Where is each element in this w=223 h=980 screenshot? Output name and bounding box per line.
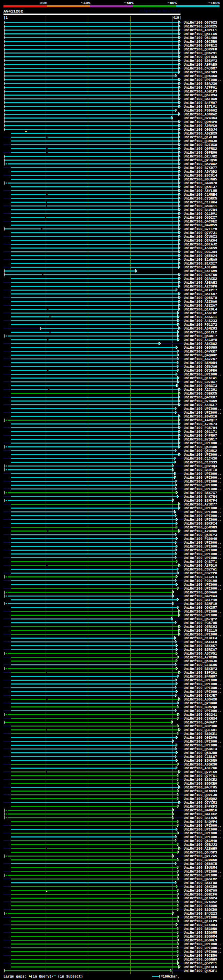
svg-text:UniRef100_A6XGW2: UniRef100_A6XGW2 (184, 342, 217, 346)
svg-text:UniRef100_B5M0R4: UniRef100_B5M0R4 (184, 361, 217, 365)
svg-text:UniRef100_A8CV51: UniRef100_A8CV51 (184, 652, 217, 655)
svg-text:UniRef100_B4K7N4: UniRef100_B4K7N4 (184, 495, 217, 499)
svg-text:UniRef100_Q6GNH9: UniRef100_Q6GNH9 (184, 958, 217, 962)
svg-text:UniRef100_A3PD10: UniRef100_A3PD10 (184, 564, 217, 568)
svg-text:UniRef100_Q8H709: UniRef100_Q8H709 (184, 889, 217, 893)
svg-text:UniRef100_C1C430: UniRef100_C1C430 (184, 457, 217, 461)
svg-text:UniRef100_Q96468: UniRef100_Q96468 (184, 75, 217, 78)
svg-text:UniRef100_B7K977: UniRef100_B7K977 (184, 166, 217, 170)
svg-text:UniRef100_A9RVC0: UniRef100_A9RVC0 (184, 124, 217, 128)
svg-text:UniRef100_A7SC77: UniRef100_A7SC77 (184, 503, 217, 506)
svg-text:(in Query)/: (in Query)/ (30, 975, 54, 978)
svg-text:UniRef100_A8G4X8: UniRef100_A8G4X8 (184, 698, 217, 702)
svg-text:UniRef100_Q8KCD0: UniRef100_Q8KCD0 (184, 885, 217, 889)
svg-text:UniRef100_B5XFI4: UniRef100_B5XFI4 (184, 522, 217, 526)
svg-text:UniRef100_B5VWW2: UniRef100_B5VWW2 (184, 162, 217, 166)
svg-text:UniRef100_A5GKS9: UniRef100_A5GKS9 (184, 247, 217, 250)
svg-text:UniRef100_UPI000..: UniRef100_UPI000.. (184, 78, 221, 82)
svg-text:UniRef100_Q4S7T1: UniRef100_Q4S7T1 (184, 560, 217, 564)
svg-text:UniRef100_UPI000..: UniRef100_UPI000.. (184, 472, 221, 476)
svg-text:UniRef100_UPI000..: UniRef100_UPI000.. (184, 828, 221, 832)
svg-text:UniRef100_UPI000..: UniRef100_UPI000.. (184, 824, 221, 828)
svg-text:UniRef100_A3IWB6: UniRef100_A3IWB6 (184, 266, 217, 269)
svg-text:UniRef100_B3TLV1: UniRef100_B3TLV1 (184, 105, 217, 109)
svg-text:UniRef100_B5RIA7: UniRef100_B5RIA7 (184, 648, 217, 652)
svg-text:UniRef100_Q012L2: UniRef100_Q012L2 (184, 331, 217, 334)
svg-text:UniRef100_B5G0L9: UniRef100_B5G0L9 (184, 939, 217, 942)
svg-text:UniRef100_Q568I5: UniRef100_Q568I5 (184, 862, 217, 866)
svg-text:UniRef100_B7T1Y9: UniRef100_B7T1Y9 (184, 228, 217, 231)
svg-text:UniRef100_UPI000..: UniRef100_UPI000.. (184, 506, 221, 510)
svg-text:UniRef100_Q119V1: UniRef100_Q119V1 (184, 212, 217, 216)
svg-text:UniRef100_Q31AU1: UniRef100_Q31AU1 (184, 728, 217, 732)
svg-text:UniRef100_Q7V7J1: UniRef100_Q7V7J1 (184, 231, 217, 235)
svg-text:UniRef100_C3ZYW1: UniRef100_C3ZYW1 (184, 568, 217, 571)
svg-text:UniRef100_B0WSI8: UniRef100_B0WSI8 (184, 415, 217, 418)
svg-text:UniRef100_Q6B8T7: UniRef100_Q6B8T7 (184, 334, 217, 338)
svg-text:UniRef100_B4L925: UniRef100_B4L925 (184, 816, 217, 820)
svg-text:UniRef100_Q3AXS2: UniRef100_Q3AXS2 (184, 277, 217, 281)
svg-text:UniRef100_A0ZBX9: UniRef100_A0ZBX9 (184, 132, 217, 135)
svg-text:UniRef100_P51272: UniRef100_P51272 (184, 323, 217, 327)
svg-text:UniRef100_Q96291: UniRef100_Q96291 (184, 51, 217, 55)
svg-text:UniRef100_Q5BJJ3: UniRef100_Q5BJJ3 (184, 843, 217, 847)
svg-text:UniRef100_UPI000..: UniRef100_UPI000.. (184, 453, 221, 457)
svg-text:UniRef100_B4PCW4: UniRef100_B4PCW4 (184, 595, 217, 598)
svg-text:UniRef100_B3N2Q8: UniRef100_B3N2Q8 (184, 705, 217, 709)
svg-text:UniRef100_B4NHU7: UniRef100_B4NHU7 (184, 675, 217, 679)
svg-text:UniRef100_Q9C5R8: UniRef100_Q9C5R8 (184, 40, 217, 44)
svg-text:UniRef100_UPI000..: UniRef100_UPI000.. (184, 480, 221, 484)
svg-text:UniRef100_Q2JQS6: UniRef100_Q2JQS6 (184, 159, 217, 162)
svg-text:UniRef100_O76452: UniRef100_O76452 (184, 900, 217, 904)
svg-text:UniRef100_B1N693: UniRef100_B1N693 (184, 789, 217, 793)
svg-text:UniRef100_C7QRC5: UniRef100_C7QRC5 (184, 197, 217, 200)
svg-text:UniRef100_Q8WQ02: UniRef100_Q8WQ02 (184, 797, 217, 801)
svg-text:UniRef100_B6TDA9: UniRef100_B6TDA9 (184, 97, 217, 101)
svg-text:UniRef100_A5B1P3: UniRef100_A5B1P3 (184, 90, 217, 94)
svg-text:UniRef100_B2XT60: UniRef100_B2XT60 (184, 273, 217, 277)
svg-text:UniRef100_Q2JJH2: UniRef100_Q2JJH2 (184, 155, 217, 159)
svg-text:UniRef100_C1MNE4: UniRef100_C1MNE4 (184, 193, 217, 197)
svg-text:UniRef100_Q4PN07: UniRef100_Q4PN07 (184, 434, 217, 438)
svg-text:UniRef100_Q5N137: UniRef100_Q5N137 (184, 185, 217, 189)
svg-text:UniRef100_B9SVY3: UniRef100_B9SVY3 (184, 59, 217, 63)
svg-text:UniRef100_A9PEL1: UniRef100_A9PEL1 (184, 29, 217, 32)
svg-text:UniRef100_Q3AK04: UniRef100_Q3AK04 (184, 239, 217, 243)
svg-text:UniRef100_B7QN17: UniRef100_B7QN17 (184, 438, 217, 442)
svg-text:UniRef100_UPI000..: UniRef100_UPI000.. (184, 442, 221, 445)
svg-text:~40%: ~40% (81, 1, 91, 5)
svg-text:UniRef100_Q5BJB9: UniRef100_Q5BJB9 (184, 751, 217, 755)
svg-text:UniRef100_B4LY49: UniRef100_B4LY49 (184, 598, 217, 602)
svg-text:UniRef100_Q4C0E2: UniRef100_Q4C0E2 (184, 220, 217, 224)
svg-text:UniRef100_A3Z2A7: UniRef100_A3Z2A7 (184, 304, 217, 308)
svg-text:UniRef100_Q5BKI4: UniRef100_Q5BKI4 (184, 748, 217, 751)
svg-text:UniRef100_Q9V3Q4: UniRef100_Q9V3Q4 (184, 465, 217, 468)
svg-text:UniRef100_Q7V1K9: UniRef100_Q7V1K9 (184, 770, 217, 774)
svg-text:UniRef100_C6TGM9: UniRef100_C6TGM9 (184, 269, 217, 273)
svg-text:UniRef100_UPI000..: UniRef100_UPI000.. (184, 552, 221, 556)
svg-text:UniRef100_Q4CX87: UniRef100_Q4CX87 (184, 396, 217, 399)
svg-text:UniRef100_Q7YXM3: UniRef100_Q7YXM3 (184, 801, 217, 805)
svg-text:UniRef100_Q6GM49: UniRef100_Q6GM49 (184, 839, 217, 843)
svg-text:UniRef100_B4VZD4: UniRef100_B4VZD4 (184, 208, 217, 212)
svg-text:UniRef100_A7PP61: UniRef100_A7PP61 (184, 86, 217, 90)
svg-text:UniRef100_Q4VKK7: UniRef100_Q4VKK7 (184, 350, 217, 353)
svg-text:UniRef100_A4HCL7: UniRef100_A4HCL7 (184, 403, 217, 407)
svg-text:UniRef100_A2BWH9: UniRef100_A2BWH9 (184, 847, 217, 851)
svg-text:UniRef100_B8AJ36: UniRef100_B8AJ36 (184, 82, 217, 86)
svg-text:UniRef100_Q9BGI3: UniRef100_Q9BGI3 (184, 384, 217, 388)
svg-text:UniRef100_Q95U89: UniRef100_Q95U89 (184, 346, 217, 350)
svg-text:UniRef100_Q4UAP7: UniRef100_Q4UAP7 (184, 721, 217, 724)
svg-text:UniRef100_B4WM59: UniRef100_B4WM59 (184, 224, 217, 228)
svg-text:UniRef100_UPI000..: UniRef100_UPI000.. (184, 946, 221, 950)
svg-text:UniRef100_Q8RVF8: UniRef100_Q8RVF8 (184, 48, 217, 51)
svg-text:UniRef100_D0CJ04: UniRef100_D0CJ04 (184, 250, 217, 254)
svg-text:UniRef100_Q694A6: UniRef100_Q694A6 (184, 591, 217, 595)
svg-text:UniRef100_Q16IW1: UniRef100_Q16IW1 (184, 377, 217, 380)
svg-text:UniRef100_UPI000..: UniRef100_UPI000.. (184, 873, 221, 877)
svg-text:UniRef100_Q9FE86: UniRef100_Q9FE86 (184, 151, 217, 155)
svg-text:UniRef100_B3M7F4: UniRef100_B3M7F4 (184, 499, 217, 503)
svg-text:UniRef100_Q05ST8: UniRef100_Q05ST8 (184, 296, 217, 300)
svg-text:UniRef100_Q1XDL4: UniRef100_Q1XDL4 (184, 308, 217, 312)
svg-text:UniRef100_Q2LZA5: UniRef100_Q2LZA5 (184, 854, 217, 858)
